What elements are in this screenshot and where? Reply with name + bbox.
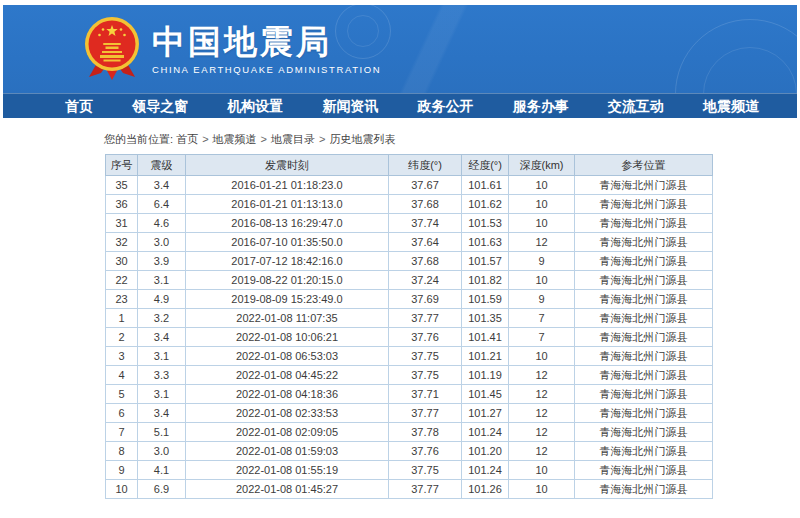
nav-item-1[interactable]: 首页 (65, 94, 93, 119)
table-cell: 3.1 (138, 347, 186, 366)
table-cell: 10 (509, 195, 575, 214)
table-cell: 青海海北州门源县 (575, 347, 713, 366)
table-cell: 4 (106, 366, 138, 385)
table-cell: 5.1 (138, 423, 186, 442)
table-cell: 101.35 (462, 309, 509, 328)
table-cell: 101.57 (462, 252, 509, 271)
table-cell: 101.26 (462, 480, 509, 499)
table-cell: 12 (509, 423, 575, 442)
table-cell: 2022-01-08 02:09:05 (186, 423, 389, 442)
nav-item-6[interactable]: 服务办事 (513, 94, 569, 119)
table-cell: 7 (509, 309, 575, 328)
table-cell: 101.19 (462, 366, 509, 385)
table-cell: 35 (106, 176, 138, 195)
table-cell: 2019-08-22 01:20:15.0 (186, 271, 389, 290)
nav-item-7[interactable]: 交流互动 (608, 94, 664, 119)
table-cell: 3.3 (138, 366, 186, 385)
table-cell: 22 (106, 271, 138, 290)
table-row: 83.02022-01-08 01:59:0337.76101.2012青海海北… (106, 442, 713, 461)
column-header-7: 参考位置 (575, 155, 713, 176)
table-cell: 3.0 (138, 442, 186, 461)
table-row: 366.42016-01-21 01:13:13.037.68101.6210青… (106, 195, 713, 214)
breadcrumb: 您的当前位置: 首页>地震频道>地震目录>历史地震列表 (104, 132, 800, 147)
breadcrumb-link-2[interactable]: 地震频道 (213, 133, 257, 145)
table-cell: 12 (509, 442, 575, 461)
column-header-2: 震级 (138, 155, 186, 176)
table-cell: 10 (509, 176, 575, 195)
table-cell: 10 (509, 480, 575, 499)
header-deco-circle (675, 19, 797, 93)
breadcrumb-link-1[interactable]: 首页 (176, 133, 198, 145)
table-cell: 青海海北州门源县 (575, 366, 713, 385)
breadcrumb-link-3[interactable]: 地震目录 (271, 133, 315, 145)
table-cell: 37.74 (389, 214, 462, 233)
nav-item-4[interactable]: 新闻资讯 (322, 94, 378, 119)
table-cell: 37.24 (389, 271, 462, 290)
column-header-4: 纬度(°) (389, 155, 462, 176)
table-cell: 6 (106, 404, 138, 423)
table-cell: 6.9 (138, 480, 186, 499)
table-cell: 2022-01-08 04:45:22 (186, 366, 389, 385)
table-cell: 2016-01-21 01:18:23.0 (186, 176, 389, 195)
table-cell: 101.63 (462, 233, 509, 252)
table-cell: 23 (106, 290, 138, 309)
table-cell: 37.64 (389, 233, 462, 252)
table-cell: 2022-01-08 06:53:03 (186, 347, 389, 366)
table-row: 23.42022-01-08 10:06:2137.76101.417青海海北州… (106, 328, 713, 347)
site-subtitle: CHINA EARTHQUAKE ADMINISTRATION (152, 64, 381, 75)
table-cell: 青海海北州门源县 (575, 233, 713, 252)
table-cell: 2022-01-08 01:45:27 (186, 480, 389, 499)
table-row: 33.12022-01-08 06:53:0337.75101.2110青海海北… (106, 347, 713, 366)
table-cell: 37.68 (389, 195, 462, 214)
table-header-row: 序号震级发震时刻纬度(°)经度(°)深度(km)参考位置 (106, 155, 713, 176)
column-header-1: 序号 (106, 155, 138, 176)
site-title: 中国地震局 (152, 24, 381, 60)
table-cell: 31 (106, 214, 138, 233)
table-cell: 青海海北州门源县 (575, 461, 713, 480)
table-row: 303.92017-07-12 18:42:16.037.68101.579青海… (106, 252, 713, 271)
table-cell: 3.0 (138, 233, 186, 252)
table-cell: 37.71 (389, 385, 462, 404)
table-cell: 101.62 (462, 195, 509, 214)
table-cell: 9 (509, 252, 575, 271)
table-cell: 青海海北州门源县 (575, 214, 713, 233)
nav-item-3[interactable]: 机构设置 (227, 94, 283, 119)
table-cell: 3.4 (138, 328, 186, 347)
table-cell: 3.1 (138, 385, 186, 404)
table-cell: 2017-07-12 18:42:16.0 (186, 252, 389, 271)
table-cell: 37.75 (389, 461, 462, 480)
table-cell: 37.76 (389, 328, 462, 347)
nav-item-5[interactable]: 政务公开 (418, 94, 474, 119)
table-cell: 3.1 (138, 271, 186, 290)
table-cell: 2022-01-08 04:18:36 (186, 385, 389, 404)
table-cell: 3.9 (138, 252, 186, 271)
table-cell: 30 (106, 252, 138, 271)
table-cell: 3.2 (138, 309, 186, 328)
table-cell: 37.77 (389, 309, 462, 328)
column-header-3: 发震时刻 (186, 155, 389, 176)
table-row: 94.12022-01-08 01:55:1937.75101.2410青海海北… (106, 461, 713, 480)
earthquake-list-table: 序号震级发震时刻纬度(°)经度(°)深度(km)参考位置 353.42016-0… (105, 154, 713, 499)
brand-home-link[interactable]: 中国地震局 CHINA EARTHQUAKE ADMINISTRATION (82, 16, 381, 83)
breadcrumb-separator: > (319, 133, 325, 145)
table-cell: 青海海北州门源县 (575, 328, 713, 347)
table-cell: 32 (106, 233, 138, 252)
table-row: 63.42022-01-08 02:33:5337.77101.2712青海海北… (106, 404, 713, 423)
table-cell: 10 (106, 480, 138, 499)
table-cell: 2022-01-08 02:33:53 (186, 404, 389, 423)
table-cell: 101.27 (462, 404, 509, 423)
table-cell: 青海海北州门源县 (575, 290, 713, 309)
table-cell: 9 (106, 461, 138, 480)
table-cell: 37.69 (389, 290, 462, 309)
table-cell: 青海海北州门源县 (575, 309, 713, 328)
table-cell: 2022-01-08 01:59:03 (186, 442, 389, 461)
header-deco-circle (703, 47, 797, 93)
table-cell: 青海海北州门源县 (575, 480, 713, 499)
table-cell: 2019-08-09 15:23:49.0 (186, 290, 389, 309)
table-cell: 101.20 (462, 442, 509, 461)
table-cell: 青海海北州门源县 (575, 442, 713, 461)
nav-item-2[interactable]: 领导之窗 (132, 94, 188, 119)
table-cell: 37.75 (389, 366, 462, 385)
table-cell: 12 (509, 366, 575, 385)
nav-item-8[interactable]: 地震频道 (703, 94, 759, 119)
